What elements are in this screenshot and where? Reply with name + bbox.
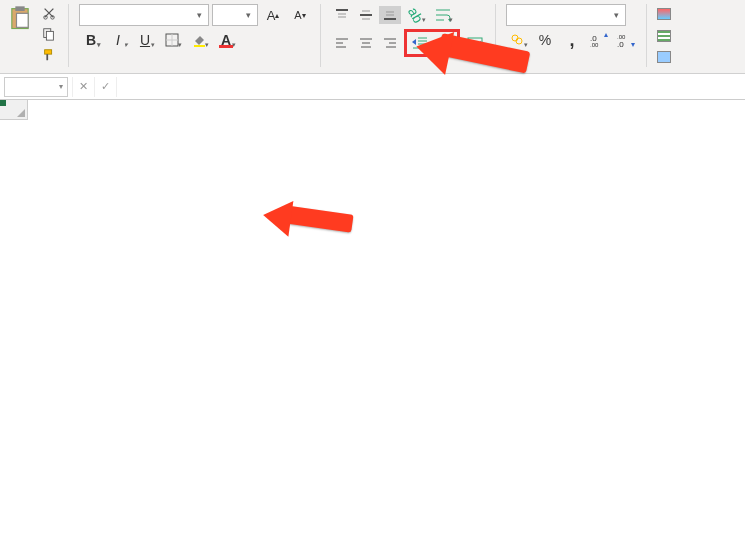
- orientation-button[interactable]: ab: [404, 4, 428, 26]
- align-middle-button[interactable]: [355, 6, 377, 24]
- fx-button[interactable]: [116, 77, 138, 97]
- svg-text:.0: .0: [617, 40, 624, 47]
- alignment-group: ab: [331, 4, 496, 67]
- underline-button[interactable]: U: [133, 29, 157, 51]
- copy-button[interactable]: [38, 25, 60, 43]
- align-center-button[interactable]: [355, 34, 377, 52]
- font-name-select[interactable]: ▾: [79, 4, 209, 26]
- decrease-decimal-button[interactable]: .00.0: [614, 29, 638, 51]
- formula-input[interactable]: [138, 77, 745, 97]
- number-format-select[interactable]: ▾: [506, 4, 626, 26]
- svg-marker-51: [604, 33, 608, 37]
- clipboard-group: [6, 4, 69, 67]
- fill-handle[interactable]: [0, 100, 6, 106]
- decrease-font-button[interactable]: A▾: [288, 4, 312, 26]
- merge-button[interactable]: [463, 32, 487, 54]
- font-group: ▾ ▾ A▴ A▾ B I U A: [79, 4, 321, 67]
- svg-marker-37: [412, 39, 416, 45]
- format-as-table-button[interactable]: [657, 26, 675, 46]
- align-right-button[interactable]: [379, 34, 401, 52]
- align-bottom-button[interactable]: [379, 6, 401, 24]
- font-size-select[interactable]: ▾: [212, 4, 258, 26]
- italic-button[interactable]: I: [106, 29, 130, 51]
- svg-marker-22: [448, 19, 451, 22]
- svg-marker-54: [631, 43, 635, 47]
- conditional-formatting-button[interactable]: [657, 4, 675, 24]
- align-left-button[interactable]: [331, 34, 353, 52]
- styles-group: [657, 4, 675, 67]
- increase-font-button[interactable]: A▴: [261, 4, 285, 26]
- align-top-button[interactable]: [331, 6, 353, 24]
- paste-button[interactable]: [6, 4, 34, 64]
- ribbon: ▾ ▾ A▴ A▾ B I U A ab: [0, 0, 745, 74]
- svg-rect-7: [45, 50, 52, 54]
- name-box[interactable]: ▾: [4, 77, 68, 97]
- fill-color-button[interactable]: [187, 29, 211, 51]
- cell-styles-button[interactable]: [657, 47, 675, 67]
- svg-text:.00: .00: [590, 42, 599, 47]
- cancel-formula-button[interactable]: ✕: [72, 77, 94, 97]
- format-painter-button[interactable]: [38, 46, 60, 64]
- formula-bar: ▾ ✕ ✓: [0, 74, 745, 100]
- increase-decimal-button[interactable]: .0.00: [587, 29, 611, 51]
- comma-button[interactable]: ,: [560, 29, 584, 51]
- bold-button[interactable]: B: [79, 29, 103, 51]
- wrap-text-button[interactable]: [431, 4, 455, 26]
- enter-formula-button[interactable]: ✓: [94, 77, 116, 97]
- indent-highlight-box: [404, 29, 460, 57]
- percent-button[interactable]: %: [533, 29, 557, 51]
- increase-indent-button[interactable]: [433, 34, 455, 52]
- decrease-indent-button[interactable]: [409, 34, 431, 52]
- svg-marker-42: [436, 39, 440, 45]
- svg-point-48: [516, 38, 522, 44]
- number-group: ▾ % , .0.00 .00.0: [506, 4, 647, 67]
- svg-rect-1: [15, 6, 24, 11]
- svg-rect-6: [46, 31, 53, 40]
- svg-rect-11: [194, 45, 205, 47]
- cut-button[interactable]: [38, 4, 60, 22]
- border-button[interactable]: [160, 29, 184, 51]
- currency-button[interactable]: [506, 29, 530, 51]
- font-color-button[interactable]: A: [214, 29, 238, 51]
- svg-rect-2: [17, 13, 29, 27]
- svg-point-47: [512, 35, 518, 41]
